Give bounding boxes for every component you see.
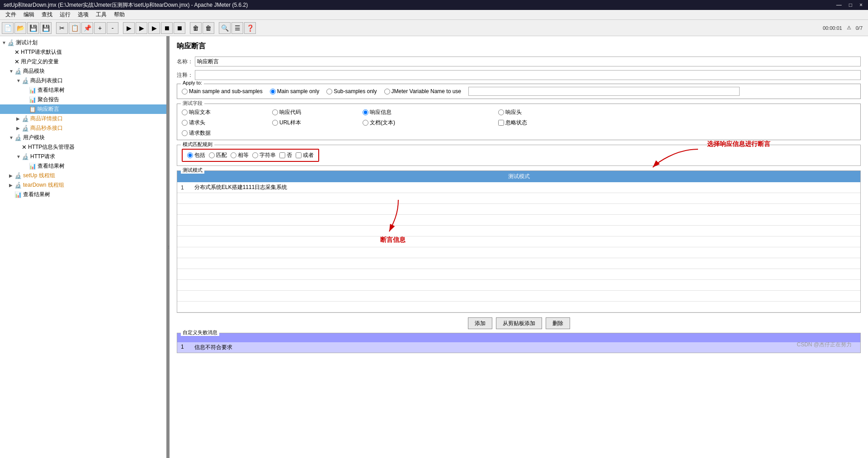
checkbox-or[interactable]	[296, 152, 302, 158]
apply-jmeter-var[interactable]: JMeter Variable Name to use	[384, 88, 462, 94]
field-request-header[interactable]: 请求头	[182, 119, 272, 127]
delete-button[interactable]: 删除	[546, 317, 570, 329]
pattern-equals[interactable]: 相等	[231, 151, 249, 159]
response-header-label: 响应头	[505, 109, 522, 116]
toolbar-search[interactable]: 🔍	[219, 22, 231, 34]
view-results1-icon: 📊	[29, 87, 36, 94]
menu-run[interactable]: 运行	[56, 10, 74, 19]
sidebar-item-product-module[interactable]: ▼ 🔬 商品模块	[0, 66, 166, 76]
apply-main-only[interactable]: Main sample only	[270, 88, 319, 94]
radio-request-header[interactable]	[182, 120, 188, 126]
sidebar-item-http-defaults[interactable]: ✕ HTTP请求默认值	[0, 47, 166, 57]
checkbox-not[interactable]	[279, 152, 285, 158]
comment-input[interactable]	[195, 70, 861, 80]
radio-response-info[interactable]	[363, 109, 368, 115]
field-response-header[interactable]: 响应头	[498, 109, 589, 116]
field-response-text[interactable]: 响应文本	[182, 109, 272, 116]
sidebar-item-http-header[interactable]: ✕ HTTP信息头管理器	[0, 142, 166, 152]
paste-add-button[interactable]: 从剪贴板添加	[496, 317, 542, 329]
sidebar-item-teardown-group[interactable]: ▶ 🔬 tearDown 线程组	[0, 180, 166, 190]
sidebar-item-product-detail[interactable]: ▶ 🔬 商品详情接口	[0, 114, 166, 123]
field-response-code[interactable]: 响应代码	[272, 109, 363, 116]
toolbar-shutdown[interactable]: ⏹	[174, 22, 185, 34]
toolbar-clear-all[interactable]: 🗑	[203, 22, 214, 34]
sidebar-item-http-request[interactable]: ▼ 🔬 HTTP请求	[0, 152, 166, 161]
apply-main-sub[interactable]: Main sample and sub-samples	[182, 88, 263, 94]
toolbar-save-as[interactable]: 💾	[40, 22, 52, 34]
toolbar-clear[interactable]: 🗑	[190, 22, 202, 34]
sidebar-item-setup-group[interactable]: ▶ 🔬 setUp 线程组	[0, 171, 166, 180]
sidebar-item-view-results3[interactable]: 📊 查看结果树	[0, 190, 166, 199]
pattern-match[interactable]: 匹配	[209, 151, 227, 159]
sidebar-item-user-module[interactable]: ▼ 🔬 用户模块	[0, 133, 166, 142]
menu-edit[interactable]: 编辑	[20, 10, 38, 19]
table-row[interactable]: 1 分布式系统ELK搭建1111日志采集系统	[177, 182, 860, 193]
radio-jmeter-var[interactable]	[384, 89, 390, 94]
sidebar-item-test-plan[interactable]: ▼ 🔬 测试计划	[0, 38, 166, 47]
menu-help[interactable]: 帮助	[110, 10, 128, 19]
field-ignore-status[interactable]: 忽略状态	[498, 119, 589, 127]
radio-document[interactable]	[363, 120, 368, 126]
custom-msg-row[interactable]: 1 信息不符合要求	[177, 342, 860, 353]
title-bar: setUp和tearDown.jmx (E:\Jmeter实战\Jmeter压测…	[0, 0, 868, 10]
apply-sub-only[interactable]: Sub-samples only	[326, 88, 377, 94]
sidebar: ▼ 🔬 测试计划 ✕ HTTP请求默认值 ✕ 用户定义的变量 ▼ 🔬 商品模块 …	[0, 36, 167, 458]
sidebar-item-response-assertion[interactable]: 📋 响应断言	[0, 104, 166, 114]
radio-url-sample[interactable]	[272, 120, 278, 126]
radio-main-sub[interactable]	[182, 89, 188, 94]
radio-match[interactable]	[209, 152, 215, 158]
radio-response-code[interactable]	[272, 109, 278, 115]
toolbar-start[interactable]: ▶	[123, 22, 135, 34]
toolbar-cut[interactable]: ✂	[56, 22, 68, 34]
radio-response-text[interactable]	[182, 109, 188, 115]
menu-options[interactable]: 选项	[74, 10, 92, 19]
radio-substring[interactable]	[252, 152, 258, 158]
toolbar-stop[interactable]: ⏹	[161, 22, 173, 34]
toolbar-start-no-pause[interactable]: ▶	[136, 22, 147, 34]
menu-file[interactable]: 文件	[2, 10, 20, 19]
jmeter-var-input[interactable]	[468, 87, 740, 96]
maximize-button[interactable]: □	[847, 2, 854, 8]
toolbar-expand[interactable]: +	[94, 22, 106, 34]
add-button[interactable]: 添加	[468, 317, 492, 329]
menu-find[interactable]: 查找	[38, 10, 56, 19]
pattern-or[interactable]: 或者	[296, 151, 314, 159]
field-document[interactable]: 文档(文本)	[363, 119, 498, 127]
minimize-button[interactable]: —	[835, 2, 844, 8]
sidebar-item-product-list[interactable]: ▼ 🔬 商品列表接口	[0, 76, 166, 85]
radio-request-data[interactable]	[182, 130, 188, 136]
test-fields-section: 测试字段 响应文本 响应代码 响应信息	[177, 104, 861, 140]
toolbar-new[interactable]: 📄	[2, 22, 14, 34]
field-url-sample[interactable]: URL样本	[272, 119, 363, 127]
field-response-info[interactable]: 响应信息	[363, 109, 498, 116]
pattern-not[interactable]: 否	[279, 151, 292, 159]
menu-tools[interactable]: 工具	[92, 10, 110, 19]
radio-sub-only[interactable]	[326, 89, 332, 94]
pattern-contains[interactable]: 包括	[187, 151, 205, 159]
response-info-label: 响应信息	[370, 109, 392, 116]
pattern-substring[interactable]: 字符串	[252, 151, 276, 159]
field-request-data[interactable]: 请求数据	[182, 129, 272, 137]
sidebar-item-product-order[interactable]: ▶ 🔬 商品秒杀接口	[0, 123, 166, 133]
sidebar-item-aggregate-report[interactable]: 📊 聚合报告	[0, 95, 166, 104]
checkbox-ignore-status[interactable]	[498, 120, 504, 126]
toolbar-list[interactable]: ☰	[231, 22, 243, 34]
pattern-match-legend: 模式匹配规则	[181, 141, 214, 148]
toolbar-collapse[interactable]: -	[107, 22, 118, 34]
radio-contains[interactable]	[187, 152, 193, 158]
close-button[interactable]: ×	[858, 2, 864, 8]
tree-arrow-product-module: ▼	[9, 69, 14, 74]
radio-main-only[interactable]	[270, 89, 276, 94]
sidebar-item-view-results1[interactable]: 📊 查看结果树	[0, 85, 166, 95]
toolbar-open[interactable]: 📂	[14, 22, 26, 34]
toolbar-validate[interactable]: ▶	[148, 22, 160, 34]
toolbar-paste[interactable]: 📌	[81, 22, 93, 34]
radio-response-header[interactable]	[498, 109, 504, 115]
name-input[interactable]	[195, 57, 861, 66]
sidebar-item-user-vars[interactable]: ✕ 用户定义的变量	[0, 57, 166, 66]
toolbar-save[interactable]: 💾	[27, 22, 39, 34]
toolbar-help[interactable]: ❓	[244, 22, 256, 34]
radio-equals[interactable]	[231, 152, 236, 158]
toolbar-copy[interactable]: 📋	[69, 22, 80, 34]
sidebar-item-view-results2[interactable]: 📊 查看结果树	[0, 161, 166, 171]
